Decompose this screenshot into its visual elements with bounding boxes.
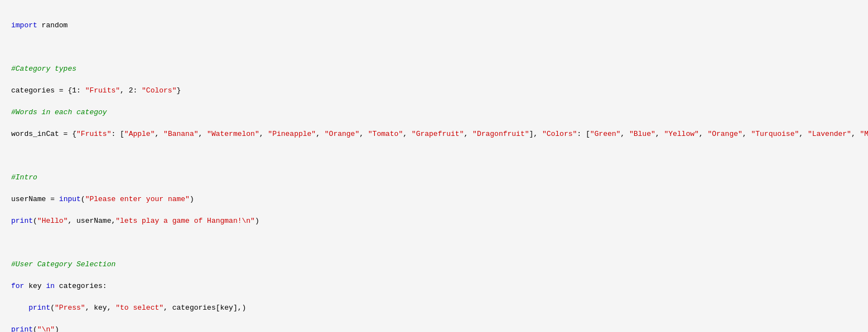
line-4: categories = {1: "Fruits", 2: "Colors"} <box>11 85 857 96</box>
line-5: #Words in each categoy <box>11 107 857 118</box>
line-12: #User Category Selection <box>11 259 857 270</box>
line-13: for key in categories: <box>11 281 857 292</box>
line-8: #Intro <box>11 172 857 183</box>
line-1: import random <box>11 20 857 31</box>
line-10: print("Hello", userName,"lets play a gam… <box>11 216 857 227</box>
line-14: print("Press", key, "to select", categor… <box>11 302 857 314</box>
line-3: #Category types <box>11 64 857 75</box>
line-11 <box>11 237 857 248</box>
line-7 <box>11 150 857 162</box>
line-2 <box>11 42 857 53</box>
line-9: userName = input("Please enter your name… <box>11 194 857 205</box>
line-6: words_inCat = {"Fruits": ["Apple", "Bana… <box>11 129 857 140</box>
code-editor: import random #Category types categories… <box>0 0 868 332</box>
line-15: print("\n") <box>11 324 857 333</box>
